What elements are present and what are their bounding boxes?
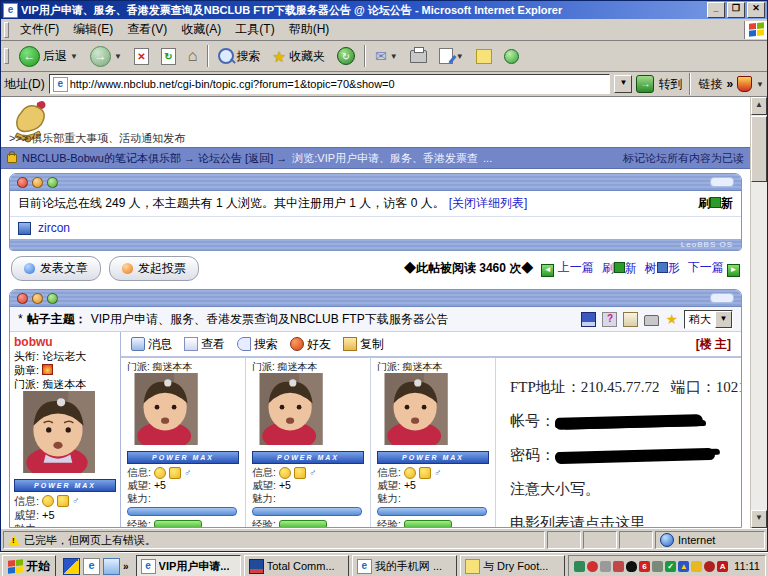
task-mobile-site[interactable]: e 我的手机网 ... xyxy=(352,555,457,576)
smiley-icon[interactable] xyxy=(404,467,416,479)
close-button[interactable]: ✕ xyxy=(747,2,765,18)
messenger-button[interactable] xyxy=(499,46,524,67)
start-button[interactable]: 开始 xyxy=(2,555,56,576)
refresh-button[interactable]: ↻ xyxy=(156,45,181,68)
stop-button[interactable]: ✕ xyxy=(129,45,154,68)
links-more[interactable]: » xyxy=(726,77,733,91)
go-icon[interactable]: → xyxy=(636,75,654,93)
breadcrumb-path[interactable]: NBCLUB-Bobwu的笔记本俱乐部 → 论坛公告 [返回] → xyxy=(22,151,287,166)
tray-icon-pinwheel[interactable] xyxy=(587,561,598,572)
copy-button[interactable]: 复制 xyxy=(343,336,384,353)
edit-button[interactable]: ▼ xyxy=(434,45,469,67)
tray-icon-ati[interactable]: A xyxy=(717,561,728,572)
refresh-topic-link[interactable]: 刷新 xyxy=(602,260,637,277)
flashget-icon[interactable] xyxy=(63,558,80,575)
edit-dropdown-icon[interactable]: ▼ xyxy=(456,52,464,61)
scroll-up-icon[interactable]: ▲ xyxy=(751,97,767,115)
mail-button[interactable]: ✉ ▼ xyxy=(370,47,403,65)
history-button[interactable]: ↻ xyxy=(332,44,360,68)
smiley-square-icon[interactable] xyxy=(294,467,306,479)
refresh-link[interactable]: 刷新 xyxy=(698,195,733,212)
address-field[interactable]: e xyxy=(49,74,611,94)
go-label[interactable]: 转到 xyxy=(658,76,682,93)
clock[interactable]: 11:11 xyxy=(734,560,760,572)
book-icon[interactable] xyxy=(623,312,638,327)
smiley-icon[interactable] xyxy=(279,467,291,479)
smiley-icon[interactable] xyxy=(42,495,54,507)
toolbar-grip[interactable] xyxy=(4,22,9,38)
vertical-scrollbar[interactable]: ▲ ▼ xyxy=(750,97,767,528)
font-size-select[interactable]: 稍大 ▼ xyxy=(684,310,733,329)
task-dry-foot[interactable]: 与 Dry Foot... xyxy=(460,555,565,576)
message-button[interactable]: 消息 xyxy=(131,336,172,353)
shield-dropdown-icon[interactable]: ▼ xyxy=(756,80,764,89)
back-dropdown-icon[interactable]: ▼ xyxy=(70,52,78,61)
menu-favorites[interactable]: 收藏(A) xyxy=(174,19,228,40)
favorite-post-icon[interactable]: ★ xyxy=(665,313,678,326)
member-link[interactable]: zircon xyxy=(38,221,70,235)
tree-view-link[interactable]: 树形 xyxy=(645,260,680,277)
smiley-square-icon[interactable] xyxy=(169,467,181,479)
smiley-square-icon[interactable] xyxy=(419,467,431,479)
scrollbar-track[interactable] xyxy=(751,182,767,510)
restore-button[interactable]: ❐ xyxy=(727,2,745,18)
mail-dropdown-icon[interactable]: ▼ xyxy=(390,52,398,61)
report-icon[interactable]: ? xyxy=(602,312,617,327)
tray-icon-monitor-check[interactable]: ✓ xyxy=(665,561,676,572)
warning-icon[interactable] xyxy=(8,535,20,546)
favorites-button[interactable]: ★ 收藏夹 xyxy=(268,45,330,68)
back-button[interactable]: ← 后退 ▼ xyxy=(14,43,83,70)
tray-icon-warning[interactable]: ▲ xyxy=(678,561,689,572)
friend-button[interactable]: 好友 xyxy=(290,336,331,353)
menu-view[interactable]: 查看(V) xyxy=(120,19,174,40)
next-topic-link[interactable]: 下一篇 ► xyxy=(688,259,740,277)
address-input[interactable] xyxy=(70,77,609,91)
scroll-down-icon[interactable]: ▼ xyxy=(751,510,767,528)
menu-tools[interactable]: 工具(T) xyxy=(228,19,281,40)
post-article-button[interactable]: 发表文章 xyxy=(11,256,101,281)
task-vip-post[interactable]: e VIP用户申请... xyxy=(136,555,241,576)
author-name[interactable]: bobwu xyxy=(14,335,116,349)
antivirus-shield-icon[interactable] xyxy=(737,76,752,92)
address-dropdown-icon[interactable]: ▼ xyxy=(614,75,632,93)
minimize-button[interactable]: _ xyxy=(707,2,725,18)
mark-all-read-link[interactable]: 标记论坛所有内容为已读 xyxy=(623,151,744,166)
toolbar-grip[interactable] xyxy=(4,48,9,64)
tray-icon-person[interactable] xyxy=(613,561,624,572)
search-posts-button[interactable]: 搜索 xyxy=(237,336,278,353)
save-icon[interactable] xyxy=(581,312,596,327)
smiley-icon[interactable] xyxy=(154,467,166,479)
tray-icon-lock[interactable] xyxy=(691,561,702,572)
home-button[interactable]: ⌂ xyxy=(183,46,203,66)
tray-icon-qq-penguin[interactable] xyxy=(626,561,637,572)
start-vote-button[interactable]: 发起投票 xyxy=(109,256,199,281)
font-size-dropdown-icon[interactable]: ▼ xyxy=(715,311,732,328)
tray-icon-green[interactable] xyxy=(574,561,585,572)
outlook-express-icon[interactable] xyxy=(103,558,120,575)
menu-file[interactable]: 文件(F) xyxy=(13,19,66,40)
scrollbar-thumb[interactable] xyxy=(751,116,767,182)
status-zone-pane: Internet xyxy=(655,531,765,549)
menu-help[interactable]: 帮助(H) xyxy=(282,19,337,40)
quick-launch-more[interactable]: » xyxy=(123,561,129,572)
links-label[interactable]: 链接 xyxy=(698,76,722,93)
view-button[interactable]: 查看 xyxy=(184,336,225,353)
tray-icon-red-6[interactable]: 6 xyxy=(639,561,650,572)
task-total-commander[interactable]: Total Comm... xyxy=(244,555,349,576)
forward-dropdown-icon[interactable]: ▼ xyxy=(114,52,122,61)
menu-edit[interactable]: 编辑(E) xyxy=(66,19,120,40)
print-post-icon[interactable] xyxy=(644,315,659,326)
movie-list-link[interactable]: 电影列表请点击这里 xyxy=(510,514,735,527)
tray-icon-red-circle[interactable] xyxy=(704,561,715,572)
search-button[interactable]: 搜索 xyxy=(213,45,266,68)
title-bar[interactable]: e VIP用户申请、服务、香港发票查询及NBCLUB FTP下载服务器公告 @ … xyxy=(1,1,767,19)
tray-icon-pen[interactable] xyxy=(600,561,611,572)
ie-quicklaunch-icon[interactable]: e xyxy=(83,558,100,575)
print-button[interactable] xyxy=(405,47,432,66)
forward-button[interactable]: → ▼ xyxy=(85,43,127,70)
discuss-button[interactable] xyxy=(471,46,497,67)
close-detail-list-link[interactable]: [关闭详细列表] xyxy=(449,195,528,212)
tray-icon-gray[interactable] xyxy=(652,561,663,572)
smiley-square-icon[interactable] xyxy=(57,495,69,507)
prev-topic-link[interactable]: ◄ 上一篇 xyxy=(541,259,593,277)
